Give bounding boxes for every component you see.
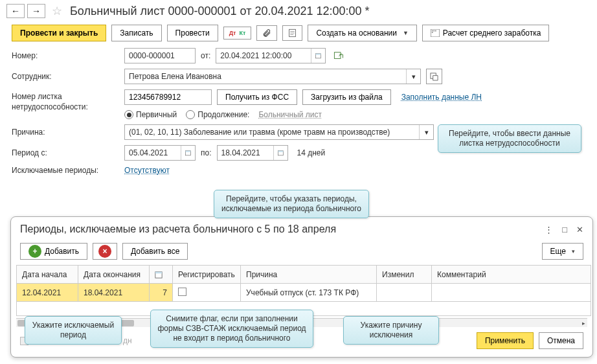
fill-ln-link[interactable]: Заполнить данные ЛН	[401, 93, 482, 102]
duration-text: 14 дней	[297, 148, 326, 157]
calendar-icon[interactable]	[181, 146, 195, 160]
employee-label: Сотрудник:	[12, 72, 119, 81]
checkbox[interactable]	[178, 288, 186, 296]
refresh-icon[interactable]	[331, 49, 345, 63]
callout-excl: Перейдите, чтобы указать периоды, исключ…	[214, 190, 369, 218]
add-button[interactable]: + Добавить	[20, 243, 87, 260]
svg-rect-6	[433, 30, 434, 32]
svg-rect-7	[435, 30, 436, 32]
dt-kt-button[interactable]: ДтКт	[223, 27, 252, 40]
callout-flag: Снимите флаг, если при заполнении формы …	[150, 310, 313, 348]
apply-button[interactable]: Применить	[477, 332, 534, 349]
delete-button[interactable]: ×	[93, 243, 117, 260]
col-register[interactable]: Регистрировать	[173, 266, 241, 284]
svg-rect-18	[155, 271, 162, 273]
cont-link: Больничный лист	[258, 110, 322, 119]
col-comment[interactable]: Комментарий	[432, 266, 591, 284]
svg-rect-8	[432, 32, 433, 33]
period-to-input[interactable]: 18.04.2021	[217, 145, 288, 161]
table-row[interactable]: 12.04.2021 18.04.2021 7 Учебный отпуск (…	[17, 284, 591, 302]
create-based-button[interactable]: Создать на основании▼	[308, 25, 416, 41]
from-label: от:	[201, 51, 210, 60]
reason-select[interactable]: (01, 02, 10, 11) Заболевание или травма …	[124, 124, 434, 140]
panel-menu-icon[interactable]: ⋮	[545, 225, 553, 234]
calendar-icon[interactable]	[273, 146, 287, 160]
svg-rect-10	[316, 54, 321, 55]
page-title: Больничный лист 0000-000001 от 20.04.202…	[70, 5, 370, 18]
po-label: по:	[201, 148, 212, 157]
document-button[interactable]	[282, 25, 302, 41]
col-reason[interactable]: Причина	[241, 266, 377, 284]
primary-radio[interactable]: Первичный	[124, 110, 177, 119]
calendar-icon[interactable]	[311, 49, 325, 63]
date-input[interactable]: 20.04.2021 12:00:00	[216, 48, 326, 63]
svg-rect-14	[186, 151, 191, 152]
close-icon[interactable]: ✕	[576, 225, 583, 234]
period-from-label: Период с:	[12, 148, 119, 157]
register-cell[interactable]	[173, 284, 241, 302]
col-start[interactable]: Дата начала	[17, 266, 78, 284]
callout-fill-ln: Перейдите, чтобы ввести данные листка не…	[438, 124, 581, 153]
dropdown-icon[interactable]: ▾	[419, 125, 433, 139]
panel-title: Периоды, исключаемые из расчета больничн…	[20, 223, 545, 235]
get-fss-button[interactable]: Получить из ФСС	[217, 89, 297, 105]
col-end[interactable]: Дата окончания	[78, 266, 150, 284]
x-icon: ×	[98, 245, 111, 258]
attach-button[interactable]	[256, 25, 277, 41]
post-and-close-button[interactable]: Провести и закрыть	[12, 25, 106, 41]
number-input[interactable]: 0000-000001	[124, 48, 196, 63]
col-changed[interactable]: Изменил	[377, 266, 432, 284]
svg-rect-5	[432, 30, 433, 32]
excl-periods-link[interactable]: Отсутствуют	[124, 166, 170, 175]
number-label: Номер:	[12, 51, 119, 60]
more-button[interactable]: Еще▾	[542, 243, 583, 260]
callout-reason: Укажите причину исключения	[343, 316, 439, 345]
excluded-periods-table: Дата начала Дата окончания Регистрироват…	[16, 265, 591, 316]
avg-earnings-button[interactable]: Расчет среднего заработка	[422, 25, 550, 41]
sheet-no-input[interactable]	[124, 89, 212, 105]
write-button[interactable]: Записать	[111, 25, 161, 41]
plus-icon: +	[28, 245, 41, 258]
reason-label: Причина:	[12, 128, 119, 137]
callout-period: Укажите исключаемый период	[25, 316, 122, 345]
back-button[interactable]: ←	[6, 4, 25, 18]
employee-input[interactable]: Петрова Елена Ивановна ▾	[124, 69, 421, 84]
forward-button[interactable]: →	[27, 4, 45, 18]
col-cal-icon[interactable]	[150, 266, 173, 284]
cancel-button[interactable]: Отмена	[539, 332, 583, 349]
excl-periods-label: Исключаемые периоды:	[12, 166, 119, 175]
continuation-radio[interactable]: Продолжение:	[186, 110, 249, 119]
favorite-icon[interactable]: ☆	[52, 4, 62, 18]
sheet-no-label: Номер листка нетрудоспособности:	[12, 89, 119, 112]
add-all-button[interactable]: Добавить все	[122, 243, 188, 260]
post-button[interactable]: Провести	[167, 25, 218, 41]
panel-max-icon[interactable]: □	[562, 225, 567, 234]
svg-rect-16	[278, 151, 283, 152]
load-file-button[interactable]: Загрузить из файла	[302, 89, 391, 105]
period-from-input[interactable]: 05.04.2021	[124, 145, 196, 161]
dropdown-icon[interactable]: ▾	[406, 69, 420, 84]
employee-open-button[interactable]	[426, 69, 442, 84]
